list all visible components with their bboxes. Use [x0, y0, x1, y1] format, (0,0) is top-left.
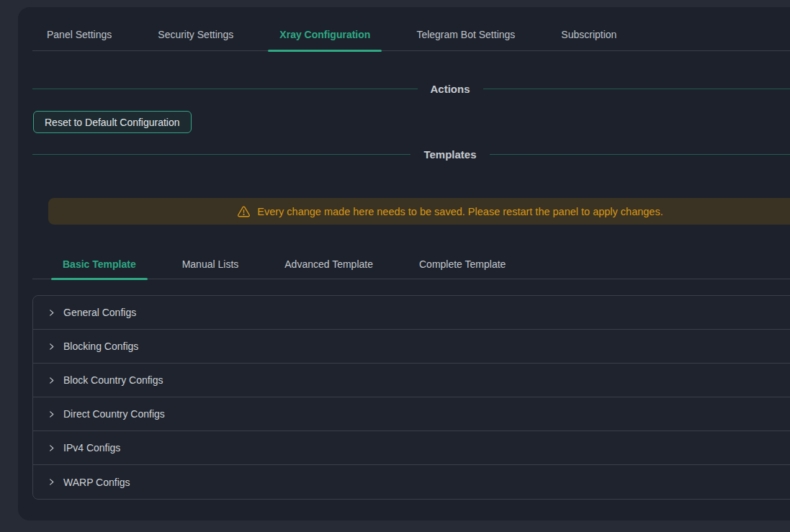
actions-section-divider: Actions	[32, 83, 790, 95]
tab-advanced-template[interactable]: Advanced Template	[273, 254, 385, 279]
main-tab-bar: Panel Settings Security Settings Xray Co…	[32, 7, 790, 51]
tab-telegram-bot-settings[interactable]: Telegram Bot Settings	[405, 23, 526, 50]
templates-section-title: Templates	[423, 148, 476, 161]
tab-security-settings[interactable]: Security Settings	[146, 23, 245, 50]
restart-warning-alert: Every change made here needs to be saved…	[48, 198, 790, 225]
divider-line	[490, 154, 790, 155]
collapse-panel-ipv4-configs[interactable]: IPv4 Configs	[33, 431, 790, 465]
divider-line	[32, 89, 418, 89]
templates-section-divider: Templates	[32, 148, 790, 161]
chevron-right-icon	[48, 444, 55, 452]
collapse-panel-warp-configs[interactable]: WARP Configs	[33, 465, 790, 499]
restart-warning-text: Every change made here needs to be saved…	[257, 206, 663, 217]
tab-xray-configuration[interactable]: Xray Configuration	[268, 23, 382, 50]
tab-complete-template[interactable]: Complete Template	[408, 254, 517, 279]
settings-card: Panel Settings Security Settings Xray Co…	[18, 7, 790, 520]
collapse-panel-blocking-configs[interactable]: Blocking Configs	[33, 330, 790, 364]
collapse-panel-label: WARP Configs	[63, 477, 130, 488]
collapse-panel-label: Direct Country Configs	[63, 408, 165, 420]
divider-line	[32, 154, 410, 155]
chevron-right-icon	[48, 343, 55, 351]
collapse-panel-label: IPv4 Configs	[63, 442, 120, 454]
actions-section-title: Actions	[431, 83, 470, 95]
actions-section-body: Reset to Default Configuration	[32, 95, 790, 133]
tab-panel-settings[interactable]: Panel Settings	[35, 23, 123, 50]
template-tab-bar: Basic Template Manual Lists Advanced Tem…	[32, 252, 790, 279]
chevron-right-icon	[48, 377, 55, 384]
collapse-panel-block-country-configs[interactable]: Block Country Configs	[33, 364, 790, 397]
chevron-right-icon	[48, 478, 55, 486]
collapse-panel-label: Blocking Configs	[63, 341, 138, 352]
divider-line	[483, 89, 790, 89]
config-collapse-list: General Configs Blocking Configs Block C…	[32, 295, 790, 500]
chevron-right-icon	[48, 410, 55, 418]
tab-basic-template[interactable]: Basic Template	[51, 254, 148, 279]
collapse-panel-label: Block Country Configs	[63, 374, 163, 386]
reset-to-default-button[interactable]: Reset to Default Configuration	[33, 111, 192, 133]
collapse-panel-general-configs[interactable]: General Configs	[33, 296, 790, 330]
tab-subscription[interactable]: Subscription	[549, 23, 628, 50]
collapse-panel-label: General Configs	[63, 307, 136, 318]
chevron-right-icon	[48, 309, 55, 317]
tab-manual-lists[interactable]: Manual Lists	[171, 254, 251, 279]
warning-triangle-icon	[237, 205, 251, 218]
collapse-panel-direct-country-configs[interactable]: Direct Country Configs	[33, 397, 790, 431]
